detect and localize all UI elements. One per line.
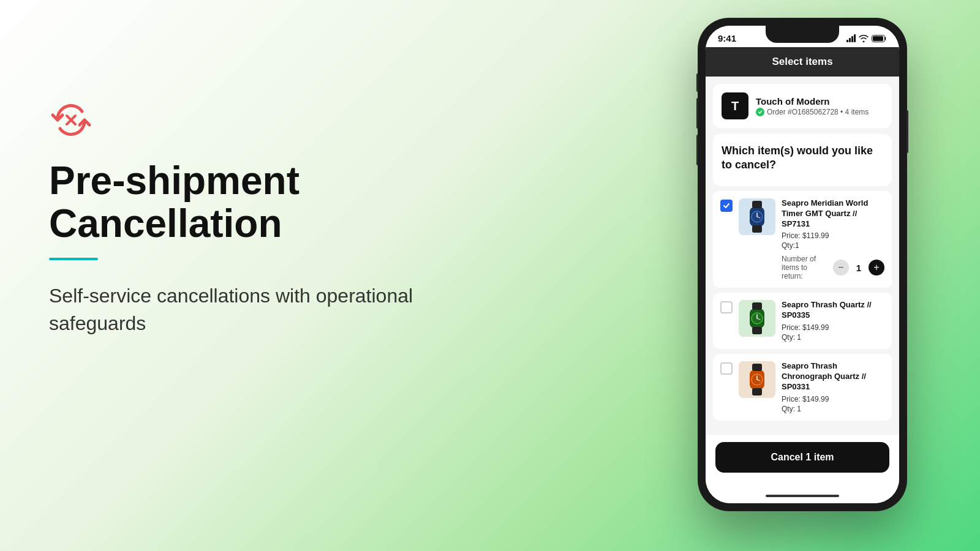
phone-mockup: 9:41 [698,18,907,511]
item-image-3 [739,361,775,398]
svg-rect-12 [752,225,762,233]
qty-label-1: Number of items to return: [782,255,828,280]
wifi-icon [859,35,869,42]
merchant-card: T Touch of Modern Order #O1685062728 • 4… [713,84,892,128]
item-details-1: Seapro Meridian World Timer GMT Quartz /… [782,198,884,281]
merchant-order: Order #O1685062728 • 4 items [756,108,869,116]
question-section: Which item(s) would you like to cancel? [713,134,892,186]
phone-frame: 9:41 [698,18,907,511]
svg-rect-30 [752,388,762,395]
qty-increase-button[interactable]: + [869,260,884,276]
merchant-order-text: Order #O1685062728 • 4 items [767,108,869,116]
battery-icon [872,35,887,42]
qty-decrease-button[interactable]: − [833,260,849,276]
item-name-1: Seapro Meridian World Timer GMT Quartz /… [782,198,884,230]
decorative-line [49,258,98,260]
page-subtitle: Self-service cancellations with operatio… [49,282,478,337]
item-checkbox-1[interactable] [720,200,733,212]
item-qty-3: Qty: 1 [782,405,884,413]
phone-button-vol-down [696,135,698,165]
phone-button-power [907,110,908,153]
phone-button-vol-up [696,98,698,129]
item-checkbox-2[interactable] [720,301,733,313]
merchant-info: Touch of Modern Order #O1685062728 • 4 i… [756,96,869,116]
phone-screen: 9:41 [706,26,899,503]
item-price-3: Price: $149.99 [782,395,884,403]
merchant-name: Touch of Modern [756,96,869,107]
item-details-3: Seapro Thrash Chronograph Quartz // SP03… [782,361,884,413]
svg-rect-11 [752,201,762,208]
app-content[interactable]: T Touch of Modern Order #O1685062728 • 4… [706,77,899,435]
item-row[interactable]: Seapro Thrash Quartz // SP0335 Price: $1… [713,293,892,349]
item-checkbox-3[interactable] [720,362,733,375]
merchant-logo-letter: T [731,99,739,113]
signal-icon [846,34,856,42]
item-row[interactable]: Seapro Thrash Chronograph Quartz // SP03… [713,354,892,421]
item-price-2: Price: $149.99 [782,323,884,332]
item-image-2 [739,300,775,337]
svg-rect-21 [752,327,762,334]
page-title: Pre-shipment Cancellation [49,159,478,246]
app-header-title: Select items [772,56,832,67]
app-header: Select items [706,47,899,77]
svg-rect-29 [752,364,762,371]
item-image-1 [739,198,775,235]
status-time: 9:41 [718,33,736,43]
qty-control-1: Number of items to return: − 1 + [782,255,884,280]
qty-value-1: 1 [854,263,864,273]
question-text: Which item(s) would you like to cancel? [722,144,883,173]
bottom-button-area: Cancel 1 item [706,435,899,485]
pre-shipment-cancel-icon [49,98,93,142]
item-details-2: Seapro Thrash Quartz // SP0335 Price: $1… [782,300,884,342]
status-icons [846,34,887,42]
item-price-1: Price: $119.99 [782,231,884,240]
home-bar [766,495,839,497]
merchant-logo: T [722,92,748,119]
verified-icon [756,108,764,116]
item-name-3: Seapro Thrash Chronograph Quartz // SP03… [782,361,884,392]
phone-notch [766,26,839,43]
icon-wrapper [49,98,478,144]
home-indicator [706,485,899,503]
item-qty-1: Qty:1 [782,241,884,250]
phone-button-silent [696,73,698,92]
svg-rect-3 [873,36,883,41]
item-row[interactable]: Seapro Meridian World Timer GMT Quartz /… [713,191,892,288]
cancel-items-button[interactable]: Cancel 1 item [715,442,889,473]
item-qty-2: Qty: 1 [782,333,884,342]
item-name-2: Seapro Thrash Quartz // SP0335 [782,300,884,321]
left-panel: Pre-shipment Cancellation Self-service c… [49,98,478,337]
svg-rect-20 [752,302,762,310]
